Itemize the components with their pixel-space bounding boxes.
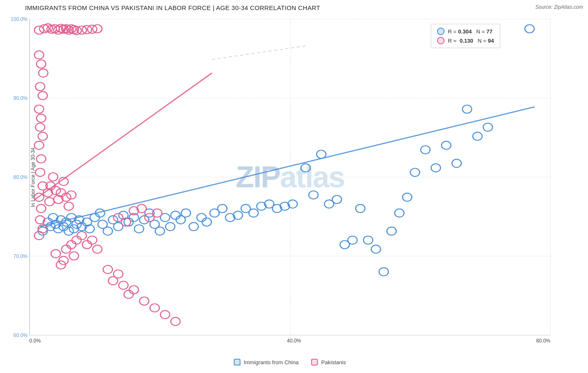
svg-point-63	[379, 268, 388, 276]
y-tick-90: 90.0%	[13, 95, 28, 101]
svg-point-101	[38, 132, 47, 140]
svg-point-136	[119, 281, 128, 289]
svg-point-61	[363, 236, 373, 244]
source-label: Source: ZipAtlas.com	[535, 4, 583, 10]
svg-point-104	[36, 168, 45, 176]
svg-point-54	[309, 191, 318, 199]
svg-point-11	[61, 218, 71, 226]
legend-dot-pakistan	[437, 37, 445, 44]
svg-point-53	[301, 164, 310, 172]
svg-point-126	[66, 240, 76, 248]
svg-point-138	[129, 286, 138, 294]
svg-point-141	[160, 311, 169, 319]
svg-point-139	[140, 297, 149, 305]
svg-point-35	[166, 222, 175, 230]
x-label-left: 0.0%	[29, 338, 41, 344]
svg-point-117	[56, 189, 65, 197]
svg-point-97	[38, 92, 47, 100]
svg-point-140	[150, 304, 159, 312]
legend-row-china: R = 0.304 N = 77	[437, 28, 494, 35]
svg-point-103	[36, 155, 46, 163]
chart-container: IMMIGRANTS FROM CHINA VS PAKISTANI IN LA…	[0, 0, 588, 373]
scatter-plot	[30, 19, 550, 335]
svg-point-120	[64, 202, 73, 210]
svg-point-36	[171, 211, 180, 219]
svg-point-121	[66, 191, 76, 199]
svg-point-15	[72, 220, 81, 228]
svg-point-131	[87, 236, 97, 244]
svg-point-100	[36, 123, 45, 131]
svg-point-10	[59, 222, 68, 230]
svg-point-47	[249, 209, 258, 217]
svg-point-96	[36, 82, 45, 90]
svg-line-0	[40, 107, 535, 227]
chart-area: 100.0% 90.0% 80.0% 70.0% 60.0% ZIPatlas	[29, 19, 550, 335]
svg-point-75	[525, 25, 534, 33]
y-tick-70: 70.0%	[13, 253, 28, 259]
svg-point-40	[197, 213, 206, 221]
legend-r-pakistan: R = 0.130 N = 94	[448, 38, 494, 44]
bottom-label-china: Immigrants from China	[244, 359, 299, 365]
legend-row-pakistan: R = 0.130 N = 94	[437, 37, 494, 44]
svg-point-60	[355, 204, 365, 212]
svg-point-130	[82, 240, 92, 248]
svg-point-93	[34, 51, 43, 59]
svg-line-2	[212, 46, 306, 59]
chart-title: IMMIGRANTS FROM CHINA VS PAKISTANI IN LA…	[25, 4, 584, 11]
svg-point-135	[113, 270, 123, 278]
svg-point-128	[72, 236, 81, 244]
y-tick-60: 60.0%	[13, 332, 28, 338]
svg-point-94	[36, 60, 46, 68]
svg-point-142	[171, 317, 180, 325]
svg-point-71	[452, 159, 461, 167]
svg-point-73	[473, 132, 482, 140]
bottom-legend: Immigrants from China Pakistanis	[29, 359, 550, 365]
svg-point-110	[34, 232, 43, 240]
svg-point-119	[61, 193, 71, 201]
svg-point-39	[189, 222, 198, 230]
svg-point-70	[442, 141, 451, 149]
svg-point-74	[483, 123, 492, 131]
svg-point-132	[93, 245, 102, 253]
svg-point-76	[34, 26, 43, 34]
svg-point-69	[431, 164, 440, 172]
svg-point-112	[45, 198, 54, 206]
svg-point-133	[103, 266, 112, 273]
svg-point-107	[36, 204, 46, 212]
svg-point-65	[395, 209, 404, 217]
x-label-right: 80.0%	[536, 338, 550, 344]
svg-point-127	[69, 252, 79, 260]
svg-point-98	[34, 105, 43, 113]
legend-r-china: R = 0.304 N = 77	[448, 28, 492, 35]
svg-point-41	[202, 218, 211, 226]
svg-point-19	[85, 225, 94, 232]
svg-point-95	[38, 69, 48, 77]
svg-point-66	[402, 193, 412, 201]
svg-point-146	[137, 204, 146, 212]
y-tick-80: 80.0%	[13, 174, 28, 180]
svg-point-62	[371, 245, 381, 253]
y-tick-100: 100.0%	[10, 16, 28, 22]
svg-point-33	[155, 227, 164, 235]
svg-point-137	[124, 290, 133, 298]
bottom-dot-pakistan	[311, 359, 318, 365]
svg-point-43	[217, 204, 227, 212]
svg-point-52	[288, 200, 297, 208]
svg-point-68	[421, 146, 430, 153]
legend-dot-china	[437, 28, 445, 35]
svg-point-59	[348, 236, 357, 244]
svg-point-123	[56, 261, 65, 269]
svg-point-92	[93, 25, 102, 33]
svg-point-124	[59, 256, 68, 264]
svg-point-115	[51, 186, 60, 194]
svg-point-12	[64, 227, 73, 235]
legend-box: R = 0.304 N = 77 R = 0.130 N = 94	[431, 24, 500, 48]
svg-point-108	[36, 216, 45, 224]
svg-point-8	[54, 225, 63, 232]
svg-point-64	[387, 227, 396, 235]
svg-point-29	[134, 225, 143, 232]
grid-line-60: 60.0%	[30, 335, 550, 335]
svg-point-38	[181, 209, 190, 217]
svg-point-99	[36, 114, 46, 122]
bottom-legend-china: Immigrants from China	[234, 359, 299, 365]
